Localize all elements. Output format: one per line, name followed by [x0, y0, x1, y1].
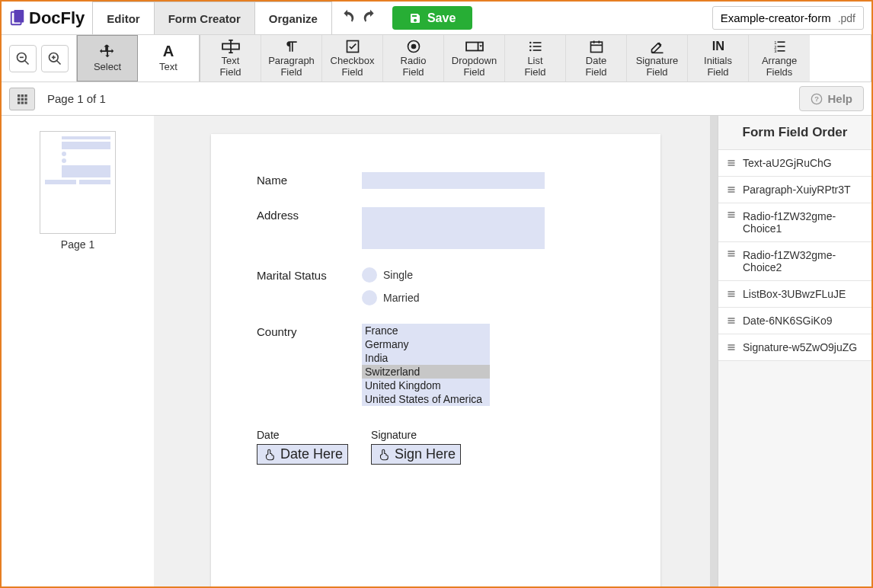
- order-item-label: ListBox-3UBwzFLuJE: [743, 288, 846, 300]
- order-item[interactable]: Radio-f1ZW32gme-Choice1: [718, 203, 871, 242]
- svg-point-22: [529, 42, 532, 44]
- order-item[interactable]: Radio-f1ZW32gme-Choice2: [718, 242, 871, 281]
- listbox-option[interactable]: Switzerland: [362, 365, 490, 379]
- grid-icon: [16, 93, 28, 105]
- svg-rect-45: [24, 101, 27, 104]
- order-item[interactable]: Signature-w5ZwO9juZG: [718, 334, 871, 361]
- drag-handle-icon[interactable]: [726, 185, 737, 194]
- listbox-option[interactable]: United Kingdom: [362, 379, 490, 392]
- tool-paragraph-field[interactable]: Paragraph Field: [261, 35, 322, 81]
- tool-checkbox-field[interactable]: Checkbox Field: [322, 35, 383, 81]
- drag-handle-icon[interactable]: [726, 343, 737, 352]
- order-item[interactable]: Paragraph-XuiyRPtr3T: [718, 177, 871, 203]
- drag-handle-icon[interactable]: [726, 289, 737, 299]
- save-button[interactable]: Save: [392, 6, 472, 30]
- save-icon: [409, 12, 421, 24]
- dropdown-icon: [465, 39, 484, 54]
- label-date: Date: [257, 429, 348, 441]
- initials-icon: IN: [709, 39, 728, 54]
- listbox-option[interactable]: India: [362, 351, 490, 365]
- svg-rect-38: [21, 94, 24, 97]
- checkbox-icon: [345, 39, 360, 54]
- page-thumbnail-1[interactable]: [40, 131, 116, 234]
- order-item-label: Text-aU2GjRuChG: [743, 157, 832, 169]
- label-country: Country: [257, 324, 362, 406]
- tool-text-field[interactable]: Text Field: [200, 35, 261, 81]
- drag-handle-icon[interactable]: [726, 316, 737, 325]
- redo-button[interactable]: [362, 8, 379, 27]
- drag-handle-icon[interactable]: [726, 249, 737, 258]
- calendar-icon: [589, 39, 604, 54]
- field-signature[interactable]: Sign Here: [371, 444, 461, 465]
- radio-single[interactable]: [362, 267, 377, 283]
- radio-married-label: Married: [383, 292, 419, 304]
- listbox-option[interactable]: United States of America: [362, 392, 490, 406]
- order-item-label: Paragraph-XuiyRPtr3T: [743, 184, 851, 196]
- app-logo: DocFly: [2, 2, 92, 34]
- move-icon: [99, 43, 116, 60]
- label-address: Address: [257, 207, 362, 249]
- undo-button[interactable]: [339, 8, 356, 27]
- svg-text:IN: IN: [712, 40, 724, 53]
- field-name[interactable]: [362, 172, 545, 189]
- tool-initials-field[interactable]: IN Initials Field: [688, 35, 749, 81]
- list-icon: [528, 39, 543, 54]
- tab-editor[interactable]: Editor: [92, 2, 154, 34]
- tool-dropdown-field[interactable]: Dropdown Field: [444, 35, 505, 81]
- paragraph-icon: [283, 39, 300, 54]
- svg-point-23: [529, 46, 532, 48]
- order-item[interactable]: ListBox-3UBwzFLuJE: [718, 281, 871, 308]
- label-name: Name: [257, 172, 362, 189]
- listbox-option[interactable]: France: [362, 324, 490, 337]
- order-item-label: Date-6NK6SGiKo9: [743, 315, 833, 327]
- svg-point-16: [411, 44, 416, 50]
- drag-handle-icon[interactable]: [726, 158, 737, 168]
- page-indicator: Page 1 of 1: [47, 92, 106, 105]
- order-item[interactable]: Date-6NK6SGiKo9: [718, 308, 871, 334]
- tab-form-creator[interactable]: Form Creator: [154, 2, 255, 34]
- radio-married[interactable]: [362, 290, 377, 305]
- order-item-label: Radio-f1ZW32gme-Choice1: [743, 210, 864, 235]
- thumbnail-caption: Page 1: [61, 238, 94, 251]
- help-button[interactable]: ? Help: [799, 86, 864, 111]
- tab-organize[interactable]: Organize: [254, 2, 332, 34]
- tool-radio-field[interactable]: Radio Field: [383, 35, 444, 81]
- arrange-icon: 123: [772, 39, 787, 54]
- page-canvas[interactable]: Name Address Marital Status Single: [211, 134, 660, 586]
- order-panel-title: Form Field Order: [718, 116, 871, 150]
- label-marital: Marital Status: [257, 267, 362, 313]
- svg-text:?: ?: [815, 95, 820, 103]
- radio-icon: [406, 39, 421, 54]
- tool-text[interactable]: A Text: [138, 35, 199, 81]
- svg-rect-25: [590, 42, 602, 52]
- tool-select[interactable]: Select: [77, 35, 138, 81]
- field-country-listbox[interactable]: FranceGermanyIndiaSwitzerlandUnited King…: [362, 324, 490, 406]
- hand-point-icon: [262, 448, 277, 462]
- order-item-label: Signature-w5ZwO9juZG: [743, 341, 857, 353]
- order-item[interactable]: Text-aU2GjRuChG: [718, 150, 871, 177]
- label-signature: Signature: [371, 429, 461, 441]
- listbox-option[interactable]: Germany: [362, 337, 490, 351]
- drag-handle-icon[interactable]: [726, 210, 737, 219]
- svg-rect-1: [14, 10, 24, 23]
- svg-text:3: 3: [774, 50, 776, 54]
- signature-icon: [650, 39, 665, 54]
- tool-signature-field[interactable]: Signature Field: [627, 35, 688, 81]
- zoom-out-button[interactable]: [9, 45, 37, 72]
- tool-list-field[interactable]: List Field: [505, 35, 566, 81]
- filename-input[interactable]: [721, 11, 835, 24]
- zoom-in-button[interactable]: [41, 45, 69, 72]
- svg-rect-37: [18, 94, 20, 97]
- svg-text:A: A: [163, 43, 174, 59]
- help-icon: ?: [811, 93, 823, 105]
- filename-input-wrap[interactable]: .pdf: [712, 6, 864, 30]
- field-date[interactable]: Date Here: [257, 444, 348, 465]
- svg-rect-43: [18, 101, 20, 104]
- svg-rect-44: [21, 101, 24, 104]
- tool-arrange-fields[interactable]: 123 Arrange Fields: [749, 35, 810, 81]
- svg-line-6: [57, 60, 61, 64]
- thumbnails-toggle[interactable]: [9, 88, 35, 110]
- hand-point-icon: [376, 448, 392, 462]
- tool-date-field[interactable]: Date Field: [566, 35, 627, 81]
- field-address[interactable]: [362, 207, 545, 249]
